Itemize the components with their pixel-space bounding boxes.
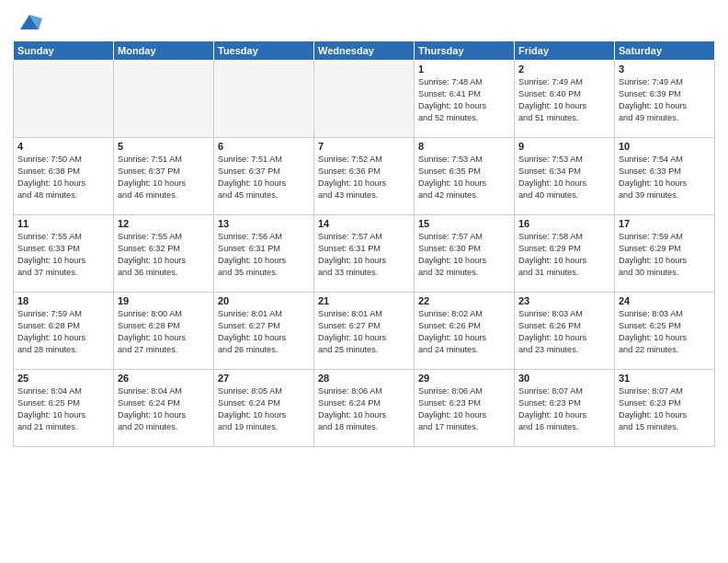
day-info: Sunrise: 7:55 AM Sunset: 6:32 PM Dayligh… bbox=[118, 231, 210, 279]
day-number: 13 bbox=[218, 218, 310, 229]
day-info: Sunrise: 8:03 AM Sunset: 6:25 PM Dayligh… bbox=[619, 308, 711, 356]
day-number: 24 bbox=[619, 295, 711, 306]
header bbox=[13, 9, 715, 35]
day-info: Sunrise: 8:07 AM Sunset: 6:23 PM Dayligh… bbox=[619, 385, 711, 433]
day-cell: 16Sunrise: 7:58 AM Sunset: 6:29 PM Dayli… bbox=[515, 215, 615, 293]
day-cell: 7Sunrise: 7:52 AM Sunset: 6:36 PM Daylig… bbox=[314, 138, 415, 215]
day-info: Sunrise: 7:58 AM Sunset: 6:29 PM Dayligh… bbox=[518, 231, 610, 279]
day-cell: 17Sunrise: 7:59 AM Sunset: 6:29 PM Dayli… bbox=[615, 215, 715, 293]
day-cell: 21Sunrise: 8:01 AM Sunset: 6:27 PM Dayli… bbox=[314, 293, 415, 370]
calendar-table: SundayMondayTuesdayWednesdayThursdayFrid… bbox=[13, 40, 715, 447]
day-cell bbox=[14, 61, 114, 138]
day-cell: 4Sunrise: 7:50 AM Sunset: 6:38 PM Daylig… bbox=[14, 138, 114, 215]
day-cell: 5Sunrise: 7:51 AM Sunset: 6:37 PM Daylig… bbox=[114, 138, 214, 215]
day-number: 7 bbox=[318, 141, 410, 152]
day-info: Sunrise: 7:49 AM Sunset: 6:40 PM Dayligh… bbox=[518, 76, 610, 124]
day-number: 26 bbox=[118, 373, 210, 384]
day-info: Sunrise: 8:06 AM Sunset: 6:24 PM Dayligh… bbox=[318, 385, 410, 433]
day-cell: 13Sunrise: 7:56 AM Sunset: 6:31 PM Dayli… bbox=[214, 215, 314, 293]
weekday-header-saturday: Saturday bbox=[615, 41, 715, 61]
day-info: Sunrise: 7:52 AM Sunset: 6:36 PM Dayligh… bbox=[318, 154, 410, 201]
week-row-3: 11Sunrise: 7:55 AM Sunset: 6:33 PM Dayli… bbox=[14, 215, 715, 293]
day-number: 8 bbox=[418, 141, 510, 152]
week-row-5: 25Sunrise: 8:04 AM Sunset: 6:25 PM Dayli… bbox=[14, 370, 715, 447]
day-number: 5 bbox=[118, 141, 210, 152]
week-row-1: 1Sunrise: 7:48 AM Sunset: 6:41 PM Daylig… bbox=[14, 61, 715, 138]
day-cell: 31Sunrise: 8:07 AM Sunset: 6:23 PM Dayli… bbox=[615, 370, 715, 447]
day-cell: 15Sunrise: 7:57 AM Sunset: 6:30 PM Dayli… bbox=[415, 215, 515, 293]
day-info: Sunrise: 8:05 AM Sunset: 6:24 PM Dayligh… bbox=[218, 385, 310, 433]
weekday-header-tuesday: Tuesday bbox=[214, 41, 314, 61]
page-container: SundayMondayTuesdayWednesdayThursdayFrid… bbox=[0, 0, 728, 453]
day-number: 16 bbox=[518, 218, 610, 229]
day-info: Sunrise: 7:59 AM Sunset: 6:29 PM Dayligh… bbox=[619, 231, 711, 279]
day-info: Sunrise: 7:51 AM Sunset: 6:37 PM Dayligh… bbox=[218, 154, 310, 201]
weekday-header-sunday: Sunday bbox=[14, 41, 114, 61]
day-info: Sunrise: 7:51 AM Sunset: 6:37 PM Dayligh… bbox=[118, 154, 210, 201]
day-cell: 29Sunrise: 8:06 AM Sunset: 6:23 PM Dayli… bbox=[415, 370, 515, 447]
day-info: Sunrise: 8:06 AM Sunset: 6:23 PM Dayligh… bbox=[418, 385, 510, 433]
day-cell: 3Sunrise: 7:49 AM Sunset: 6:39 PM Daylig… bbox=[615, 61, 715, 138]
day-info: Sunrise: 7:54 AM Sunset: 6:33 PM Dayligh… bbox=[619, 154, 711, 201]
day-number: 28 bbox=[318, 373, 410, 384]
day-number: 12 bbox=[118, 218, 210, 229]
day-cell: 1Sunrise: 7:48 AM Sunset: 6:41 PM Daylig… bbox=[415, 61, 515, 138]
day-cell: 22Sunrise: 8:02 AM Sunset: 6:26 PM Dayli… bbox=[415, 293, 515, 370]
day-cell: 9Sunrise: 7:53 AM Sunset: 6:34 PM Daylig… bbox=[515, 138, 615, 215]
day-number: 23 bbox=[518, 295, 610, 306]
logo bbox=[13, 9, 42, 35]
day-info: Sunrise: 8:02 AM Sunset: 6:26 PM Dayligh… bbox=[418, 308, 510, 356]
day-cell: 27Sunrise: 8:05 AM Sunset: 6:24 PM Dayli… bbox=[214, 370, 314, 447]
day-info: Sunrise: 7:49 AM Sunset: 6:39 PM Dayligh… bbox=[619, 76, 711, 124]
day-number: 22 bbox=[418, 295, 510, 306]
day-number: 31 bbox=[619, 373, 711, 384]
day-number: 1 bbox=[418, 63, 510, 75]
day-number: 9 bbox=[518, 141, 610, 152]
day-info: Sunrise: 8:04 AM Sunset: 6:24 PM Dayligh… bbox=[118, 385, 210, 433]
day-number: 15 bbox=[418, 218, 510, 229]
day-info: Sunrise: 7:56 AM Sunset: 6:31 PM Dayligh… bbox=[218, 231, 310, 279]
day-number: 20 bbox=[218, 295, 310, 306]
day-number: 18 bbox=[17, 295, 109, 306]
day-number: 10 bbox=[619, 141, 711, 152]
day-info: Sunrise: 7:57 AM Sunset: 6:31 PM Dayligh… bbox=[318, 231, 410, 279]
day-info: Sunrise: 8:07 AM Sunset: 6:23 PM Dayligh… bbox=[518, 385, 610, 433]
day-cell: 30Sunrise: 8:07 AM Sunset: 6:23 PM Dayli… bbox=[515, 370, 615, 447]
day-cell: 6Sunrise: 7:51 AM Sunset: 6:37 PM Daylig… bbox=[214, 138, 314, 215]
day-cell bbox=[114, 61, 214, 138]
week-row-4: 18Sunrise: 7:59 AM Sunset: 6:28 PM Dayli… bbox=[14, 293, 715, 370]
day-number: 14 bbox=[318, 218, 410, 229]
day-cell: 11Sunrise: 7:55 AM Sunset: 6:33 PM Dayli… bbox=[14, 215, 114, 293]
weekday-header-wednesday: Wednesday bbox=[314, 41, 415, 61]
day-number: 4 bbox=[17, 141, 109, 152]
day-number: 19 bbox=[118, 295, 210, 306]
day-info: Sunrise: 8:04 AM Sunset: 6:25 PM Dayligh… bbox=[17, 385, 109, 433]
day-cell: 25Sunrise: 8:04 AM Sunset: 6:25 PM Dayli… bbox=[14, 370, 114, 447]
day-cell: 12Sunrise: 7:55 AM Sunset: 6:32 PM Dayli… bbox=[114, 215, 214, 293]
logo-icon bbox=[17, 9, 42, 35]
day-cell: 2Sunrise: 7:49 AM Sunset: 6:40 PM Daylig… bbox=[515, 61, 615, 138]
day-info: Sunrise: 7:50 AM Sunset: 6:38 PM Dayligh… bbox=[17, 154, 109, 201]
day-cell: 10Sunrise: 7:54 AM Sunset: 6:33 PM Dayli… bbox=[615, 138, 715, 215]
weekday-header-row: SundayMondayTuesdayWednesdayThursdayFrid… bbox=[14, 41, 715, 61]
weekday-header-friday: Friday bbox=[515, 41, 615, 61]
day-cell: 14Sunrise: 7:57 AM Sunset: 6:31 PM Dayli… bbox=[314, 215, 415, 293]
day-cell: 24Sunrise: 8:03 AM Sunset: 6:25 PM Dayli… bbox=[615, 293, 715, 370]
day-info: Sunrise: 7:53 AM Sunset: 6:34 PM Dayligh… bbox=[518, 154, 610, 201]
day-cell: 19Sunrise: 8:00 AM Sunset: 6:28 PM Dayli… bbox=[114, 293, 214, 370]
day-number: 11 bbox=[17, 218, 109, 229]
weekday-header-monday: Monday bbox=[114, 41, 214, 61]
day-info: Sunrise: 7:59 AM Sunset: 6:28 PM Dayligh… bbox=[17, 308, 109, 356]
day-number: 27 bbox=[218, 373, 310, 384]
day-info: Sunrise: 8:00 AM Sunset: 6:28 PM Dayligh… bbox=[118, 308, 210, 356]
weekday-header-thursday: Thursday bbox=[415, 41, 515, 61]
day-cell: 28Sunrise: 8:06 AM Sunset: 6:24 PM Dayli… bbox=[314, 370, 415, 447]
day-info: Sunrise: 7:57 AM Sunset: 6:30 PM Dayligh… bbox=[418, 231, 510, 279]
day-number: 25 bbox=[17, 373, 109, 384]
day-number: 2 bbox=[518, 63, 610, 75]
day-number: 29 bbox=[418, 373, 510, 384]
day-info: Sunrise: 8:01 AM Sunset: 6:27 PM Dayligh… bbox=[318, 308, 410, 356]
day-cell: 26Sunrise: 8:04 AM Sunset: 6:24 PM Dayli… bbox=[114, 370, 214, 447]
day-number: 6 bbox=[218, 141, 310, 152]
day-cell: 18Sunrise: 7:59 AM Sunset: 6:28 PM Dayli… bbox=[14, 293, 114, 370]
